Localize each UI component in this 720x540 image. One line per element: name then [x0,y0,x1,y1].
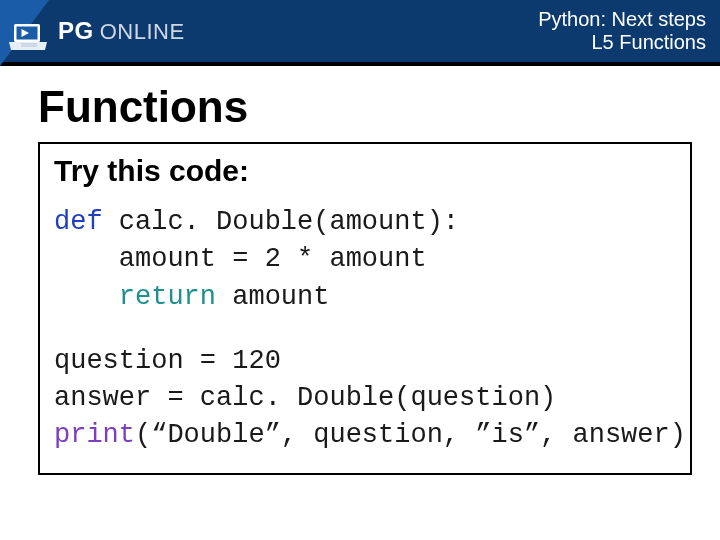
code-text: (“Double”, question, ”is”, answer) [135,420,686,450]
brand-text: PG ONLINE [58,17,185,45]
keyword-print: print [54,420,135,450]
blank-line [54,316,676,343]
brand-pg: PG [58,17,94,45]
slide-body: Functions Try this code: def calc. Doubl… [0,66,720,475]
code-box: Try this code: def calc. Double(amount):… [38,142,692,475]
header-subtitle: Python: Next steps L5 Functions [538,8,706,54]
code-text: amount = 2 * amount [54,244,427,274]
lesson-name: L5 Functions [538,31,706,54]
slide-header: PG ONLINE Python: Next steps L5 Function… [0,0,720,66]
code-block: def calc. Double(amount): amount = 2 * a… [54,204,676,455]
brand-online: ONLINE [100,19,185,45]
svg-rect-5 [21,45,37,47]
try-label: Try this code: [54,154,676,188]
laptop-icon [8,24,48,52]
code-text [54,282,119,312]
code-text: question = 120 [54,346,281,376]
code-text: amount [216,282,329,312]
brand-logo: PG ONLINE [0,0,185,62]
code-text: answer = calc. Double(question) [54,383,556,413]
keyword-return: return [119,282,216,312]
code-text: calc. Double(amount): [103,207,459,237]
course-name: Python: Next steps [538,8,706,31]
keyword-def: def [54,207,103,237]
page-title: Functions [38,82,692,132]
svg-rect-4 [21,43,37,45]
